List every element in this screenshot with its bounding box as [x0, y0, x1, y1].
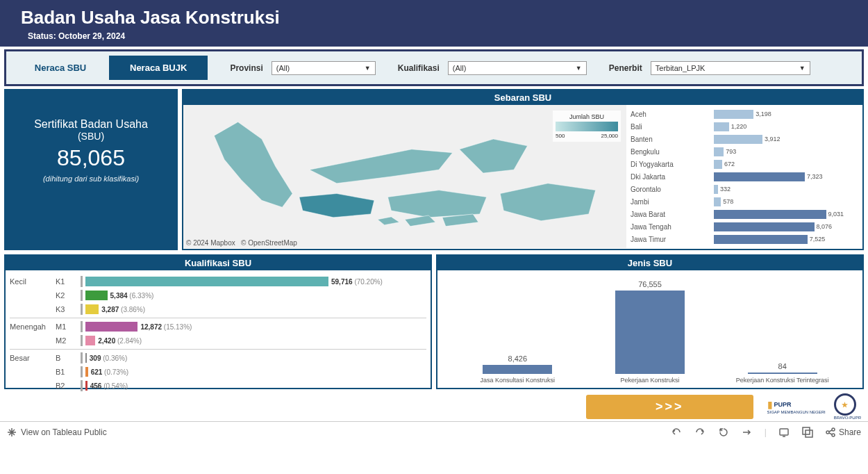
province-bar — [714, 222, 815, 231]
footer-row: >>> ▮PUPR SIGAP MEMBANGUN NEGERI ★ BRAVO… — [0, 393, 868, 421]
kual-value: 2,420 (2.84%) — [98, 337, 142, 345]
province-value: 672 — [724, 161, 735, 167]
province-row[interactable]: Aceh 3,198 — [631, 108, 858, 120]
undo-icon[interactable] — [670, 426, 683, 439]
kualifikasi-row[interactable]: Kecil K1 59,716 (70.20%) — [10, 275, 426, 288]
province-value: 9,031 — [828, 211, 844, 218]
province-row[interactable]: Di Yogyakarta 672 — [631, 158, 858, 170]
tab-neraca-bujk[interactable]: Neraca BUJK — [109, 56, 208, 80]
kual-sub-label: B2 — [56, 382, 76, 390]
province-bar — [714, 185, 718, 194]
province-row[interactable]: Jawa Tengah 8,076 — [631, 220, 858, 233]
legend-min: 500 — [556, 133, 565, 139]
svg-point-5 — [832, 434, 835, 436]
dropdown-penerbit-value: Terbitan_LPJK — [656, 64, 706, 72]
dropdown-kualifikasi-value: (All) — [453, 64, 467, 72]
jenis-bar — [748, 373, 817, 374]
province-row[interactable]: Gorontalo 332 — [631, 183, 858, 195]
kual-value: 12,872 (15.13%) — [140, 323, 192, 331]
province-row[interactable]: Jawa Barat 9,031 — [631, 208, 858, 220]
province-bar — [714, 160, 722, 169]
province-label: Dki Jakarta — [631, 173, 714, 181]
status-text: Status: October 29, 2024 — [28, 31, 847, 41]
view-on-tableau-link[interactable]: View on Tableau Public — [21, 427, 107, 437]
map-credit: © 2024 Mapbox © OpenStreetMap — [186, 239, 297, 247]
redo-icon[interactable] — [694, 426, 706, 439]
fullscreen-icon[interactable] — [801, 426, 814, 439]
kualifikasi-row[interactable]: B1 621 (0.73%) — [10, 365, 426, 379]
tab-neraca-sbu[interactable]: Neraca SBU — [12, 56, 109, 80]
jenis-bar — [615, 291, 685, 374]
kual-value: 59,716 (70.20%) — [331, 278, 383, 286]
legend-title: Jumlah SBU — [556, 113, 618, 120]
jenis-item[interactable]: 76,555 Pekerjaan Konstruksi — [585, 280, 716, 384]
province-row[interactable]: Banten 3,912 — [631, 133, 858, 145]
device-icon[interactable] — [778, 426, 790, 439]
kual-group-label: Besar — [10, 354, 51, 362]
kual-sub-label: B — [56, 354, 76, 362]
jenis-category: Jasa Konsultasi Konstruksi — [481, 377, 556, 384]
share-button[interactable]: Share — [825, 427, 861, 438]
kpi-title-1: Sertifikat Badan Usaha — [12, 118, 169, 131]
dropdown-provinsi[interactable]: (All) ▼ — [272, 61, 376, 75]
chevron-down-icon: ▼ — [365, 65, 371, 72]
kual-bar — [85, 367, 88, 377]
province-row[interactable]: Dki Jakarta 7,323 — [631, 170, 858, 183]
svg-rect-2 — [806, 430, 812, 437]
province-value: 7,323 — [807, 173, 823, 180]
province-label: Gorontalo — [631, 186, 714, 193]
jenis-value: 8,426 — [508, 354, 528, 363]
kual-bar — [85, 322, 137, 332]
province-value: 7,525 — [810, 236, 826, 243]
panel-kualifikasi-sbu: Kualifikasi SBU Kecil K1 59,716 (70.20%)… — [4, 254, 432, 389]
filter-label-penerbit: Penerbit — [609, 63, 642, 73]
province-value: 793 — [726, 148, 736, 155]
jenis-category: Pekerjaan Konstruksi Terintegrasi — [736, 377, 829, 384]
panel-jenis-sbu: Jenis SBU 8,426 Jasa Konsultasi Konstruk… — [436, 254, 864, 389]
province-row[interactable]: Jawa Timur 7,525 — [631, 233, 858, 245]
province-label: Bengkulu — [631, 148, 714, 156]
jenis-item[interactable]: 84 Pekerjaan Konstruksi Terintegrasi — [717, 362, 848, 384]
jenis-chart[interactable]: 8,426 Jasa Konsultasi Konstruksi76,555 P… — [437, 270, 862, 387]
province-bar — [714, 172, 805, 181]
credit-mapbox: © 2024 Mapbox — [186, 239, 235, 247]
tableau-toolbar: View on Tableau Public | Share — [0, 421, 868, 443]
kualifikasi-row[interactable]: Besar B 309 (0.36%) — [10, 351, 426, 365]
province-bar — [714, 122, 729, 131]
kualifikasi-row[interactable]: K2 5,384 (6.33%) — [10, 288, 426, 302]
kual-sub-label: K3 — [56, 305, 76, 313]
reset-icon[interactable] — [717, 426, 730, 439]
kual-bar — [85, 381, 87, 391]
kual-bar — [85, 277, 328, 286]
next-button[interactable]: >>> — [586, 395, 753, 419]
forward-icon[interactable] — [741, 426, 753, 439]
kualifikasi-chart[interactable]: Kecil K1 59,716 (70.20%) K2 5,384 (6.33%… — [6, 270, 431, 397]
province-bar — [714, 147, 724, 156]
province-label: Banten — [631, 136, 714, 143]
kualifikasi-row[interactable]: B2 456 (0.54%) — [10, 379, 426, 393]
jenis-value: 76,555 — [638, 280, 662, 288]
kual-sub-label: B1 — [56, 368, 76, 376]
tableau-icon — [7, 427, 17, 437]
kualifikasi-row[interactable]: K3 3,287 (3.86%) — [10, 302, 426, 316]
province-row[interactable]: Bali 1,220 — [631, 120, 858, 133]
province-bar — [714, 197, 721, 206]
jenis-value: 84 — [778, 362, 787, 370]
dropdown-penerbit[interactable]: Terbitan_LPJK ▼ — [651, 61, 810, 75]
jenis-item[interactable]: 8,426 Jasa Konsultasi Konstruksi — [452, 354, 583, 384]
province-row[interactable]: Jambi 578 — [631, 195, 858, 208]
chevron-down-icon: ▼ — [576, 65, 582, 72]
bravo-icon: ★ — [834, 393, 856, 416]
kualifikasi-row[interactable]: Menengah M1 12,872 (15.13%) — [10, 320, 426, 334]
kpi-subtitle: (dihitung dari sub klasifikasi) — [12, 174, 169, 183]
filter-bar: Neraca SBU Neraca BUJK Provinsi (All) ▼ … — [4, 49, 864, 86]
kpi-title-2: (SBU) — [12, 131, 169, 142]
province-value: 3,912 — [765, 136, 781, 142]
province-bar-list[interactable]: Aceh 3,198Bali 1,220Banten 3,912Bengkulu… — [626, 105, 862, 248]
dropdown-kualifikasi[interactable]: (All) ▼ — [448, 61, 587, 75]
kualifikasi-row[interactable]: M2 2,420 (2.84%) — [10, 334, 426, 348]
map-indonesia[interactable]: Jumlah SBU 50025,000 © 2024 Mapbox © Ope… — [183, 105, 626, 248]
province-row[interactable]: Bengkulu 793 — [631, 145, 858, 158]
legend-gradient — [556, 122, 618, 131]
logo-pupr-sub: SIGAP MEMBANGUN NEGERI — [767, 410, 826, 414]
